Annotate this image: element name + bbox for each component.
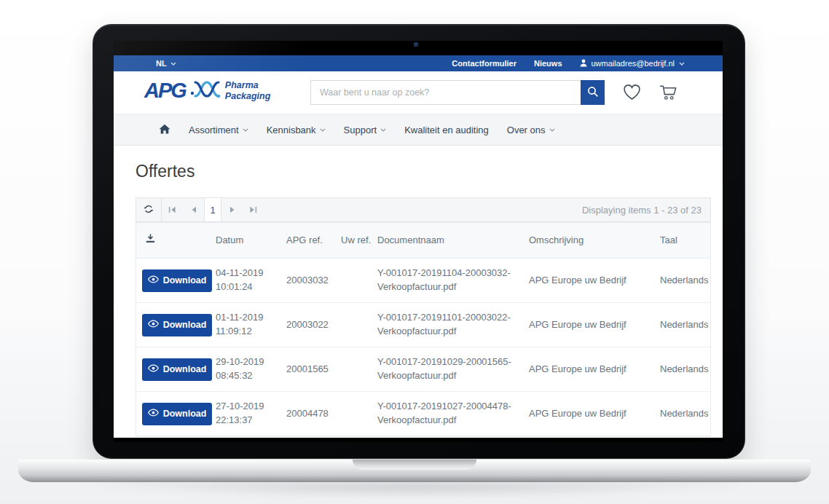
home-icon — [159, 124, 170, 136]
documentnaam-cell: Y-001017-20191027-20004478-Verkoopfactuu… — [374, 400, 526, 428]
chevron-down-icon — [243, 128, 248, 132]
datum-cell: 29-10-2019 08:45:32 — [213, 355, 283, 383]
download-cell: Download — [136, 314, 213, 336]
nav-item-support[interactable]: Support — [338, 125, 393, 135]
search-button[interactable] — [581, 80, 605, 105]
time: 22:13:37 — [216, 414, 280, 428]
documentnaam-cell: Y-001017-20191101-20003022-Verkoopfactuu… — [374, 311, 526, 339]
language-switcher[interactable]: NL — [156, 59, 176, 68]
search-icon — [587, 86, 599, 100]
table-row: Download 01-11-2019 11:09:12 20003022 Y-… — [136, 303, 710, 347]
apg-ref-cell: 20003032 — [283, 274, 338, 288]
last-page-button[interactable] — [243, 198, 264, 221]
table-row: Download 04-11-2019 10:01:24 20003032 Y-… — [136, 259, 710, 303]
contact-form-link[interactable]: Contactformulier — [452, 59, 516, 68]
nav-item-kennisbank[interactable]: Kennisbank — [261, 125, 331, 135]
omschrijving-cell: APG Europe uw Bedrijf — [526, 318, 657, 332]
user-icon — [580, 59, 587, 68]
date: 01-11-2019 — [216, 311, 280, 325]
user-email: uwmailadres@bedrijf.nl — [592, 59, 675, 68]
omschrijving-cell: APG Europe uw Bedrijf — [526, 407, 657, 421]
taal-cell: Nederlands — [657, 274, 710, 288]
laptop-base — [18, 460, 811, 482]
dna-icon — [190, 79, 221, 103]
next-page-button[interactable] — [221, 198, 243, 221]
top-utility-bar: NL Contactformulier Nieuws u — [114, 55, 723, 71]
nav-home-button[interactable] — [159, 124, 170, 136]
refresh-button[interactable] — [136, 198, 162, 221]
nav-item-label: Support — [344, 125, 377, 135]
apg-ref-cell: 20004478 — [283, 407, 338, 421]
page-title: Offertes — [135, 162, 195, 181]
laptop-mockup-stage: NL Contactformulier Nieuws u — [0, 0, 829, 504]
prev-page-button[interactable] — [183, 198, 204, 221]
logo-wordmark: APG — [144, 80, 186, 101]
pagination-toolbar: 1 Displaying items 1 - 23 of 23 — [135, 197, 711, 222]
topbar-links: Contactformulier Nieuws uwmailadres@bedr… — [452, 59, 685, 68]
column-header-omschrijving: Omschrijving — [526, 234, 657, 248]
download-button-label: Download — [163, 409, 207, 419]
chevron-down-icon — [170, 62, 176, 66]
wishlist-button[interactable] — [622, 83, 642, 103]
datum-cell: 01-11-2019 11:09:12 — [213, 311, 283, 339]
date: 27-10-2019 — [216, 400, 280, 414]
search-input[interactable] — [310, 80, 581, 105]
datum-cell: 27-10-2019 22:13:37 — [213, 400, 283, 428]
download-cell: Download — [136, 403, 213, 425]
documentnaam-cell: Y-001017-20191029-20001565-Verkoopfactuu… — [374, 355, 526, 383]
download-cell: Download — [136, 358, 213, 381]
apg-logo[interactable]: APG Pharma Packaging — [144, 79, 270, 103]
refresh-icon — [144, 204, 154, 216]
cart-icon — [659, 92, 678, 103]
taal-cell: Nederlands — [657, 407, 710, 421]
news-link[interactable]: Nieuws — [534, 59, 562, 68]
download-button[interactable]: Download — [142, 269, 212, 292]
table-row: Download 29-10-2019 08:45:32 20001565 Y-… — [136, 347, 710, 392]
download-button[interactable]: Download — [142, 314, 212, 336]
laptop-shadow — [87, 484, 742, 503]
first-page-button[interactable] — [162, 198, 183, 221]
laptop-lid: NL Contactformulier Nieuws u — [93, 24, 745, 459]
nav-item-over-ons[interactable]: Over ons — [501, 125, 561, 135]
apg-ref-cell: 20001565 — [283, 363, 338, 377]
user-account-menu[interactable]: uwmailadres@bedrijf.nl — [580, 59, 685, 68]
column-header-datum: Datum — [213, 234, 283, 248]
apg-ref-cell: 20003022 — [283, 318, 338, 332]
laptop-display: NL Contactformulier Nieuws u — [114, 41, 723, 442]
prev-page-icon — [191, 205, 197, 216]
download-cell: Download — [136, 269, 213, 292]
nav-item-kwaliteit-en-auditing[interactable]: Kwaliteit en auditing — [398, 125, 495, 135]
time: 10:01:24 — [216, 280, 280, 294]
pagination-status: Displaying items 1 - 23 of 23 — [582, 205, 710, 216]
eye-icon — [148, 275, 159, 286]
download-button[interactable]: Download — [142, 403, 212, 425]
eye-icon — [148, 364, 159, 374]
nav-item-label: Kennisbank — [267, 125, 316, 135]
time: 08:45:32 — [216, 369, 280, 383]
nav-item-assortiment[interactable]: Assortiment — [183, 125, 254, 135]
table-row: Download 27-10-2019 22:13:37 20004478 Y-… — [136, 392, 710, 436]
download-button-label: Download — [163, 320, 207, 330]
logo-tagline: Pharma Packaging — [225, 80, 271, 101]
download-column-icon — [136, 233, 213, 248]
download-button-label: Download — [163, 275, 207, 286]
nav-item-label: Assortiment — [189, 125, 239, 135]
cart-button[interactable] — [659, 83, 678, 103]
download-button-label: Download — [163, 364, 207, 374]
taal-cell: Nederlands — [657, 363, 710, 377]
table-header-row: Datum APG ref. Uw ref. Documentnaam Omsc… — [136, 222, 710, 259]
logo-tagline-line1: Pharma — [225, 80, 271, 90]
language-label: NL — [156, 59, 167, 68]
logo-tagline-line2: Packaging — [225, 91, 271, 101]
column-header-uw-ref: Uw ref. — [338, 234, 374, 248]
date: 29-10-2019 — [216, 355, 280, 369]
next-page-icon — [229, 205, 235, 216]
omschrijving-cell: APG Europe uw Bedrijf — [526, 274, 657, 288]
download-button[interactable]: Download — [142, 358, 212, 381]
omschrijving-cell: APG Europe uw Bedrijf — [526, 363, 657, 377]
laptop-base-notch — [353, 460, 476, 470]
last-page-icon — [249, 205, 257, 216]
column-header-taal: Taal — [657, 234, 710, 248]
column-header-documentnaam: Documentnaam — [374, 234, 526, 248]
column-header-apg-ref: APG ref. — [283, 234, 338, 248]
